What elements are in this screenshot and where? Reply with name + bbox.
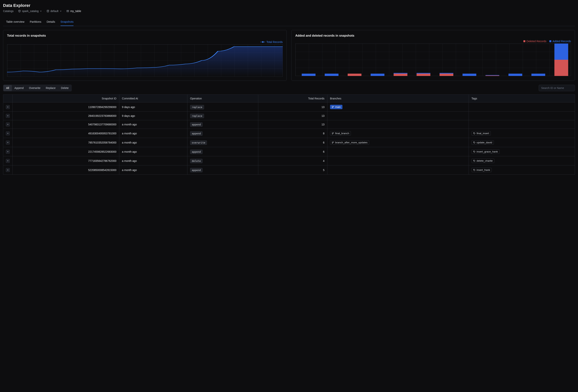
breadcrumb-table[interactable]: my_table — [66, 9, 81, 13]
cell-operation: append — [187, 147, 258, 156]
cell-committed-at: a month ago — [119, 138, 187, 147]
col-tags[interactable]: Tags — [469, 95, 575, 102]
chart-title: Total records in snapshots — [7, 34, 283, 37]
expand-row-button[interactable]: + — [6, 168, 10, 172]
svg-rect-8 — [417, 74, 430, 76]
search-input[interactable] — [539, 85, 575, 91]
svg-point-22 — [332, 132, 333, 133]
svg-point-0 — [47, 10, 49, 11]
cell-tags — [469, 120, 575, 129]
svg-rect-13 — [485, 76, 499, 76]
cell-operation: append — [187, 129, 258, 138]
svg-point-25 — [474, 133, 474, 133]
operation-badge: overwrite — [190, 141, 207, 145]
table-row: + 4916300495953781000 a month ago append… — [3, 129, 575, 138]
cube-icon — [18, 10, 21, 12]
breadcrumb-catalog-label: spark_catalog — [22, 9, 39, 13]
branch-badge[interactable]: final_branch — [330, 131, 351, 136]
table-row: + 5220850008542815000 a month ago append… — [3, 165, 575, 175]
operation-badge: delete — [190, 159, 202, 163]
total-records-chart-card: Total records in snapshots Total Records — [3, 30, 287, 81]
tag-icon — [473, 169, 476, 171]
tag-badge[interactable]: final_insert — [472, 131, 491, 136]
col-snapshot-id[interactable]: Snapshot ID — [13, 95, 119, 102]
expand-row-button[interactable]: + — [6, 132, 10, 135]
filter-overwrite[interactable]: Overwrite — [26, 85, 43, 91]
tab-bar: Table overview Partitions Details Snapsh… — [3, 18, 575, 26]
legend-label-deleted: Deleted Records — [527, 40, 546, 43]
col-total-records[interactable]: Total Records — [258, 95, 327, 102]
col-branches[interactable]: Branches — [327, 95, 469, 102]
operation-badge: replace — [190, 105, 204, 109]
cell-total-records: 8 — [258, 129, 327, 138]
cell-branches: branch_after_more_updates — [327, 138, 469, 147]
expand-row-button[interactable]: + — [6, 159, 10, 163]
svg-point-32 — [474, 169, 474, 170]
filter-all[interactable]: All — [3, 85, 12, 91]
cell-tags: final_insert — [469, 129, 575, 138]
cell-operation: delete — [187, 156, 258, 165]
cell-snapshot-id: 7857610352058784000 — [13, 138, 119, 147]
tag-icon — [473, 142, 476, 144]
chevron-down-icon — [40, 10, 42, 12]
filter-append[interactable]: Append — [12, 85, 26, 91]
col-operation[interactable]: Operation — [187, 95, 258, 102]
table-row: + 5407983137709680000 a month ago append… — [3, 120, 575, 129]
expand-row-button[interactable]: + — [6, 141, 10, 145]
tag-icon — [473, 150, 476, 153]
cell-branches — [327, 120, 469, 129]
tag-badge[interactable]: insert_grace_hank — [472, 149, 500, 154]
cell-committed-at: a month ago — [119, 156, 187, 165]
svg-point-19 — [332, 106, 333, 107]
filter-replace[interactable]: Replace — [43, 85, 58, 91]
branch-badge[interactable]: main — [330, 105, 342, 109]
cell-branches — [327, 156, 469, 165]
tag-badge[interactable]: update_david — [472, 140, 494, 145]
tag-icon — [473, 132, 476, 135]
database-icon — [47, 10, 49, 12]
cell-committed-at: 9 days ago — [119, 112, 187, 120]
tag-badge[interactable]: insert_frank — [472, 168, 492, 172]
svg-point-29 — [474, 142, 474, 142]
expand-row-button[interactable]: + — [6, 114, 10, 118]
svg-rect-10 — [440, 74, 453, 76]
tag-badge[interactable]: delete_charlie — [472, 159, 494, 163]
table-row: + 2840199223783868000 9 days ago replace… — [3, 112, 575, 120]
svg-rect-16 — [531, 74, 545, 76]
branch-badge[interactable]: branch_after_more_updates — [330, 140, 369, 145]
expand-row-button[interactable]: + — [6, 105, 10, 109]
table-row: + 2217459828522683000 a month ago append… — [3, 147, 575, 156]
tab-snapshots[interactable]: Snapshots — [60, 18, 74, 26]
legend-swatch-deleted — [523, 40, 525, 42]
cell-operation: replace — [187, 102, 258, 112]
cell-snapshot-id: 5220850008542815000 — [13, 165, 119, 175]
cell-tags — [469, 112, 575, 120]
cell-total-records: 13 — [258, 112, 327, 120]
operation-filter-tabs: All Append Overwrite Replace Delete — [3, 85, 72, 92]
table-icon — [66, 10, 69, 12]
svg-rect-7 — [394, 73, 407, 74]
tab-partitions[interactable]: Partitions — [30, 18, 41, 26]
cell-snapshot-id: 5407983137709680000 — [13, 120, 119, 129]
expand-row-button[interactable]: + — [6, 123, 10, 126]
snapshots-table: Snapshot ID Committed At Operation Total… — [3, 95, 575, 175]
breadcrumb-schema[interactable]: default — [47, 9, 62, 13]
cell-branches — [327, 165, 469, 175]
svg-rect-5 — [371, 74, 385, 76]
cell-snapshot-id: 2217459828522683000 — [13, 147, 119, 156]
chart-legend: Total Records — [7, 40, 283, 44]
added-deleted-chart[interactable] — [295, 44, 571, 76]
operation-badge: append — [190, 150, 202, 154]
breadcrumb-catalog[interactable]: spark_catalog — [18, 9, 42, 13]
expand-row-button[interactable]: + — [6, 150, 10, 154]
svg-rect-4 — [348, 74, 361, 76]
col-committed-at[interactable]: Committed At — [119, 95, 187, 102]
tab-details[interactable]: Details — [47, 18, 55, 26]
breadcrumb-root[interactable]: Catalogs — [3, 9, 13, 13]
operation-badge: append — [190, 168, 202, 172]
total-records-chart[interactable] — [7, 44, 283, 77]
filter-delete[interactable]: Delete — [58, 85, 71, 91]
legend-label: Total Records — [266, 41, 283, 44]
tab-table-overview[interactable]: Table overview — [6, 18, 24, 26]
cell-committed-at: a month ago — [119, 129, 187, 138]
